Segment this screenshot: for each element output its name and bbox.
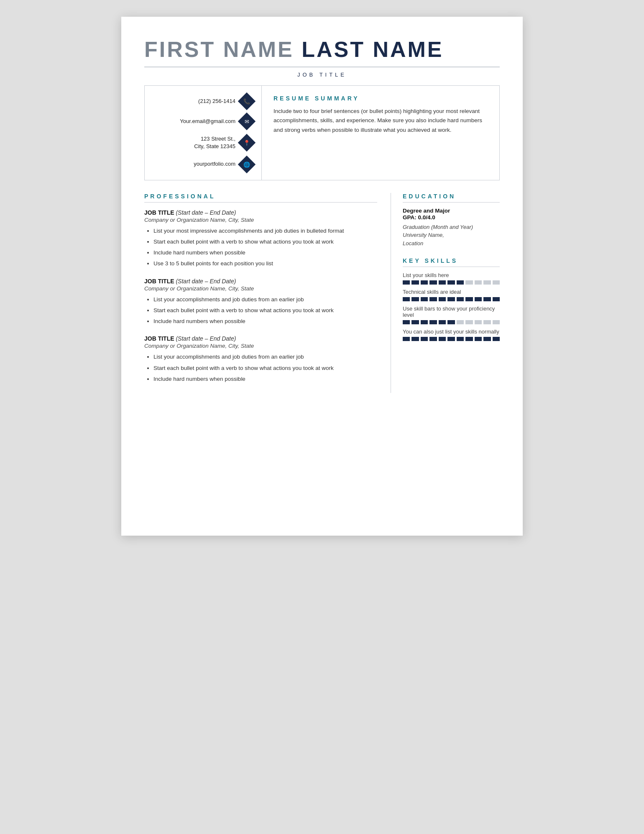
job-dates-3: (Start date – End Date) [176, 335, 236, 342]
skill-segment [483, 337, 491, 341]
bullet: Include hard numbers when possible [153, 248, 377, 257]
job-title-line-3: JOB TITLE (Start date – End Date) [144, 335, 377, 342]
contact-email: Your.email@gmail.com [180, 118, 235, 125]
skill-item-2: Use skill bars to show your proficiency … [403, 305, 500, 324]
skill-segment [447, 337, 455, 341]
right-column: EDUCATION Degree and Major GPA: 0.0/4.0 … [391, 193, 500, 393]
job-title-line-2: JOB TITLE (Start date – End Date) [144, 278, 377, 285]
skill-segment [403, 280, 410, 285]
contact-address: 123 Street St., City, State 12345 [194, 135, 235, 150]
skill-segment [465, 280, 473, 285]
skill-segment [493, 337, 500, 341]
contact-phone: (212) 256-1414 [198, 98, 235, 105]
job-dates-2: (Start date – End Date) [176, 278, 236, 285]
skill-segment [439, 337, 446, 341]
skill-segment [447, 297, 455, 301]
edu-degree: Degree and Major [403, 208, 500, 214]
last-name: LAST NAME [302, 37, 443, 62]
skill-label-0: List your skills here [403, 272, 500, 278]
main-body: PROFESSIONAL JOB TITLE (Start date – End… [144, 193, 500, 393]
skill-segment [411, 297, 419, 301]
skill-segment [447, 320, 455, 324]
address-icon: 📍 [238, 134, 256, 151]
skill-segment [465, 337, 473, 341]
job-title-1: JOB TITLE [144, 209, 174, 216]
job-entry-2: JOB TITLE (Start date – End Date) Compan… [144, 278, 377, 326]
job-dates-1: (Start date – End Date) [176, 209, 236, 216]
skill-segment [429, 297, 437, 301]
job-entry-1: JOB TITLE (Start date – End Date) Compan… [144, 209, 377, 269]
skill-segment [411, 280, 419, 285]
skill-segment [421, 337, 428, 341]
summary-column: RESUME SUMMARY Include two to four brief… [262, 86, 499, 180]
skill-label-2: Use skill bars to show your proficiency … [403, 305, 500, 318]
skill-segment [439, 320, 446, 324]
job-company-3: Company or Organization Name, City, Stat… [144, 343, 377, 349]
job-company-2: Company or Organization Name, City, Stat… [144, 285, 377, 292]
professional-heading: PROFESSIONAL [144, 193, 377, 203]
bullet: Include hard numbers when possible [153, 317, 377, 326]
skill-bar-0 [403, 280, 500, 285]
job-title-3: JOB TITLE [144, 335, 174, 342]
skill-label-1: Technical skills are ideal [403, 289, 500, 295]
skill-segment [475, 337, 482, 341]
skill-segment [493, 320, 500, 324]
skill-bar-3 [403, 337, 500, 341]
contact-column: (212) 256-1414 📞 Your.email@gmail.com ✉ … [145, 86, 262, 180]
portfolio-icon: 🌐 [238, 155, 256, 173]
job-bullets-1: List your most impressive accomplishment… [144, 226, 377, 269]
contact-address-item: 123 Street St., City, State 12345 📍 [155, 135, 253, 150]
skill-segment [493, 297, 500, 301]
skill-segment [439, 280, 446, 285]
contact-email-item: Your.email@gmail.com ✉ [155, 115, 253, 128]
summary-heading: RESUME SUMMARY [273, 95, 488, 102]
skill-segment [457, 337, 464, 341]
skill-segment [457, 280, 464, 285]
edu-grad: Graduation (Month and Year) University N… [403, 223, 500, 248]
job-title-line-1: JOB TITLE (Start date – End Date) [144, 209, 377, 216]
job-entry-3: JOB TITLE (Start date – End Date) Compan… [144, 335, 377, 384]
skill-segment [421, 320, 428, 324]
header-job-title: JOB TITLE [144, 72, 500, 78]
job-bullets-2: List your accomplishments and job duties… [144, 295, 377, 326]
skills-heading: KEY SKILLS [403, 257, 500, 267]
bullet: List your accomplishments and job duties… [153, 295, 377, 304]
phone-icon: 📞 [238, 92, 256, 110]
full-name: FIRST NAME LAST NAME [144, 38, 500, 62]
skill-segment [429, 280, 437, 285]
skill-segment [483, 297, 491, 301]
resume-page: FIRST NAME LAST NAME JOB TITLE (212) 256… [121, 17, 523, 536]
job-title-2: JOB TITLE [144, 278, 174, 285]
skill-segment [439, 297, 446, 301]
bullet: Use 3 to 5 bullet points for each positi… [153, 259, 377, 268]
skill-item-0: List your skills here [403, 272, 500, 285]
contact-phone-item: (212) 256-1414 📞 [155, 95, 253, 108]
bullet: Include hard numbers when possible [153, 375, 377, 384]
skill-segment [465, 320, 473, 324]
skill-segment [411, 320, 419, 324]
skill-segment [421, 297, 428, 301]
education-heading: EDUCATION [403, 193, 500, 203]
skill-segment [403, 337, 410, 341]
job-company-1: Company or Organization Name, City, Stat… [144, 217, 377, 223]
skill-segment [421, 280, 428, 285]
skill-segment [403, 320, 410, 324]
skill-segment [457, 320, 464, 324]
bullet: List your most impressive accomplishment… [153, 226, 377, 236]
job-bullets-3: List your accomplishments and job duties… [144, 352, 377, 384]
contact-portfolio: yourportfolio.com [194, 160, 235, 168]
skill-segment [465, 297, 473, 301]
skill-segment [429, 337, 437, 341]
skill-bar-1 [403, 297, 500, 301]
skill-segment [411, 337, 419, 341]
skill-segment [483, 320, 491, 324]
bullet: Start each bullet point with a verb to s… [153, 364, 377, 373]
first-name: FIRST NAME [144, 37, 294, 62]
skill-segment [403, 297, 410, 301]
skill-item-3: You can also just list your skills norma… [403, 328, 500, 341]
skill-segment [447, 280, 455, 285]
bullet: Start each bullet point with a verb to s… [153, 237, 377, 246]
summary-text: Include two to four brief sentences (or … [273, 107, 488, 135]
professional-column: PROFESSIONAL JOB TITLE (Start date – End… [144, 193, 391, 393]
contact-portfolio-item: yourportfolio.com 🌐 [155, 158, 253, 171]
